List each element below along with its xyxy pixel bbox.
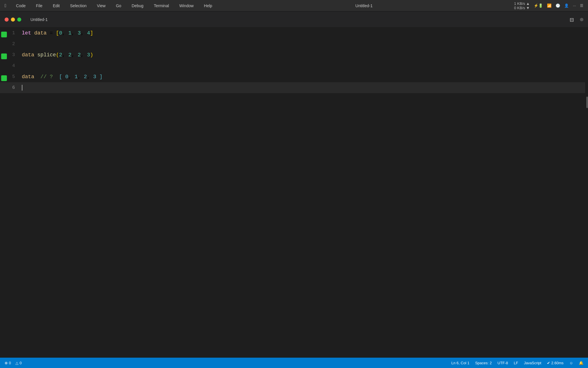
paren-close: ) [90, 49, 93, 60]
code-line-2[interactable] [17, 39, 585, 49]
scrollbar[interactable] [585, 28, 588, 358]
list-icon[interactable]: ☰ [580, 3, 583, 8]
split-editor-icon[interactable]: ⊟ [570, 17, 575, 22]
editor-line-6: 6 [0, 82, 585, 93]
scrollbar-thumb[interactable] [586, 97, 588, 108]
smiley-icon[interactable]: ☺ [569, 361, 573, 365]
result-3: 3 [93, 71, 96, 82]
num-4: 4 [87, 28, 90, 39]
run-button-4-hidden [1, 64, 7, 70]
menu-code[interactable]: Code [14, 3, 27, 9]
result-1: 1 [75, 71, 78, 82]
menu-selection[interactable]: Selection [68, 3, 88, 9]
battery-icon: ⚡🔋 [534, 3, 543, 8]
traffic-lights [5, 18, 21, 22]
run-button-6-hidden [1, 86, 7, 92]
run-button-5[interactable] [1, 75, 7, 81]
tab-bar: Untitled-1 [27, 16, 570, 23]
language-mode[interactable]: JavaScript [524, 361, 541, 365]
bracket-open-1: [ [56, 28, 59, 39]
run-button-2-hidden [1, 43, 7, 48]
menubar-right: 1 KB/s ▲0 KB/s ▼ ⚡🔋 📶 🕐 👤 ··· ☰ [514, 1, 583, 10]
clock-icon: 🕐 [556, 3, 560, 8]
line-number-5: 5 [8, 71, 17, 82]
user-icon: 👤 [564, 3, 569, 8]
more-icon[interactable]: ··· [573, 3, 576, 8]
line-number-3: 3 [8, 49, 17, 60]
menu-edit[interactable]: Edit [51, 3, 61, 9]
bell-icon[interactable]: 🔔 [579, 361, 583, 365]
result-0: 0 [65, 71, 68, 82]
status-bar: ⊗ 0 △ 0 Ln 6, Col 1 Spaces: 2 UTF-8 LF J… [0, 358, 588, 368]
code-line-5[interactable]: data // ? [ 0, 1, 2, 3 ] [17, 71, 585, 82]
line-number-2: 2 [8, 39, 17, 49]
menu-file[interactable]: File [34, 3, 44, 9]
editor-line-2: 2 [0, 39, 585, 49]
minimize-button[interactable] [11, 18, 15, 22]
line-ending[interactable]: LF [514, 361, 518, 365]
apple-menu[interactable]:  [5, 3, 6, 8]
var-data-5: data [22, 71, 34, 82]
menu-help[interactable]: Help [202, 3, 214, 9]
var-data-3: data [22, 49, 34, 60]
arg2: 2 [68, 49, 71, 60]
wifi-icon: 📶 [547, 3, 552, 8]
run-button-1[interactable] [1, 32, 7, 37]
tab-untitled[interactable]: Untitled-1 [27, 16, 51, 23]
error-count[interactable]: ⊗ 0 [5, 361, 11, 365]
arg1: 2 [59, 49, 62, 60]
error-icon: ⊗ [5, 361, 8, 365]
run-time: ✔ 2.60ms [547, 361, 563, 365]
editor-line-1: 1 let data = [0, 1, 3, 4] [0, 28, 585, 39]
result-bracket-open: [ [59, 71, 62, 82]
text-cursor [22, 85, 22, 91]
window-right-buttons: ⊟ [570, 17, 583, 22]
editor-line-3: 3 data.splice(2, 2, 2, 3) [0, 49, 585, 60]
run-button-3[interactable] [1, 53, 7, 59]
editor-line-4: 4 [0, 60, 585, 71]
line-number-4: 4 [8, 60, 17, 71]
maximize-button[interactable] [17, 18, 21, 22]
cursor-position[interactable]: Ln 6, Col 1 [451, 361, 469, 365]
paren-open: ( [56, 49, 59, 60]
bracket-close-1: ] [90, 28, 93, 39]
menu-debug[interactable]: Debug [130, 3, 145, 9]
editor-area: 1 let data = [0, 1, 3, 4] 2 3 data.splic… [0, 28, 588, 358]
method-splice: splice [37, 49, 56, 60]
menu-bar:  Code File Edit Selection View Go Debug… [0, 0, 588, 12]
statusbar-left: ⊗ 0 △ 0 [5, 361, 22, 365]
var-data: data [34, 28, 47, 39]
menu-terminal[interactable]: Terminal [152, 3, 171, 9]
num-1: 1 [68, 28, 71, 39]
result-bracket-close: ] [99, 71, 102, 82]
keyword-let: let [22, 28, 31, 39]
close-button[interactable] [5, 18, 9, 22]
warning-icon: △ [16, 361, 18, 365]
encoding[interactable]: UTF-8 [498, 361, 508, 365]
code-line-1[interactable]: let data = [0, 1, 3, 4] [17, 28, 585, 39]
code-line-6[interactable] [17, 82, 585, 93]
menu-window[interactable]: Window [178, 3, 196, 9]
line-number-6: 6 [8, 82, 17, 93]
indent-size[interactable]: Spaces: 2 [475, 361, 492, 365]
window-title: Untitled-1 [221, 3, 507, 8]
warning-count[interactable]: △ 0 [16, 361, 22, 365]
network-indicator: 1 KB/s ▲0 KB/s ▼ [514, 1, 530, 10]
menu-go[interactable]: Go [114, 3, 123, 9]
num-0: 0 [59, 28, 62, 39]
menu-view[interactable]: View [95, 3, 107, 9]
window-chrome: Untitled-1 ⊟ [0, 12, 588, 28]
code-line-3[interactable]: data.splice(2, 2, 2, 3) [17, 49, 585, 60]
editor-line-5: 5 data // ? [ 0, 1, 2, 3 ] [0, 71, 585, 82]
arg3: 2 [78, 49, 81, 60]
statusbar-right: Ln 6, Col 1 Spaces: 2 UTF-8 LF JavaScrip… [451, 361, 583, 365]
line-number-1: 1 [8, 28, 17, 39]
code-line-4[interactable] [17, 60, 585, 71]
dot-indicator [580, 18, 583, 21]
num-3: 3 [78, 28, 81, 39]
comment: // ? [40, 71, 59, 82]
result-2: 2 [84, 71, 87, 82]
arg4: 3 [87, 49, 90, 60]
